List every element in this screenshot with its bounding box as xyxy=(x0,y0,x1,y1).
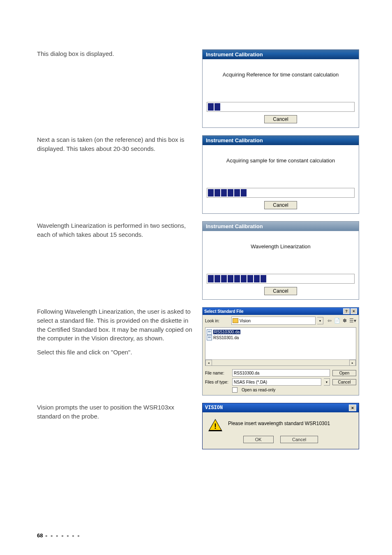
folder-icon xyxy=(233,318,238,323)
step-text-4a: Following Wavelength Linearization, the … xyxy=(37,308,192,342)
dialog-titlebar: Instrument Calibration xyxy=(203,222,359,231)
new-folder-icon[interactable]: ✽ xyxy=(343,318,347,324)
file-nav-icons: ⇦ 📄 ✽ ☰▾ xyxy=(327,318,356,324)
readonly-label: Open as read-only xyxy=(242,388,275,392)
dialog-message: Wavelength Linearization xyxy=(207,241,355,272)
scroll-right-icon[interactable]: ▸ xyxy=(349,360,356,366)
step-row-1: This dialog box is displayed. Instrument… xyxy=(37,49,355,128)
step-text-4: Following Wavelength Linearization, the … xyxy=(37,307,193,357)
dialog-instrument-calibration-3: Instrument Calibration Wavelength Linear… xyxy=(202,221,359,300)
dialog-title: VISION xyxy=(205,405,223,411)
file-item[interactable]: RSS10300.da xyxy=(207,329,355,335)
cancel-button[interactable]: Cancel xyxy=(332,379,356,385)
titlebar-controls: ? × xyxy=(343,308,357,314)
views-icon[interactable]: ☰▾ xyxy=(349,318,356,324)
dialog-titlebar: Instrument Calibration xyxy=(203,136,359,145)
file-icon xyxy=(207,329,212,335)
step-row-5: Vision prompts the user to position the … xyxy=(37,403,355,449)
step-row-2: Next a scan is taken (on the reference) … xyxy=(37,135,355,214)
page-footer: 68■ ■ ■ ■ ■ ■ ■ xyxy=(37,532,81,539)
warning-icon: ! xyxy=(208,419,222,431)
filename-input[interactable]: RSS10300.da xyxy=(232,369,330,377)
page-number: 68 xyxy=(37,532,43,539)
open-button[interactable]: Open xyxy=(332,370,356,376)
file-list[interactable]: RSS10300.da RSS10301.da ◂▸ xyxy=(205,327,356,366)
horizontal-scrollbar[interactable]: ◂▸ xyxy=(205,359,356,365)
dialog-message: Acquiring Reference for time constant ca… xyxy=(207,69,355,100)
dialog-select-standard-file: Select Standard File ? × Look in: Vision… xyxy=(202,307,359,395)
file-name: RSS10300.da xyxy=(213,330,240,334)
document-page: This dialog box is displayed. Instrument… xyxy=(0,0,392,555)
dialog-titlebar: Instrument Calibration xyxy=(203,50,359,59)
step-text-3: Wavelength Linearization is performed in… xyxy=(37,221,193,239)
chevron-down-icon[interactable]: ▼ xyxy=(317,317,323,324)
dialog-instrument-calibration-2: Instrument Calibration Acquiring sample … xyxy=(202,135,359,214)
cancel-button[interactable]: Cancel xyxy=(264,287,297,295)
dialog-instrument-calibration-1: Instrument Calibration Acquiring Referen… xyxy=(202,49,359,128)
close-icon[interactable]: × xyxy=(350,308,357,314)
dialog-titlebar: VISION × xyxy=(203,403,359,412)
dialog-message: Please insert wavelength standard WSR103… xyxy=(228,419,352,426)
dialog-vision-prompt: VISION × ! Please insert wavelength stan… xyxy=(202,403,359,449)
cancel-button[interactable]: Cancel xyxy=(264,115,297,123)
filetype-label: Files of type: xyxy=(205,380,230,384)
progress-bar xyxy=(207,274,355,284)
progress-bar xyxy=(207,188,355,198)
dialog-titlebar: Select Standard File ? × xyxy=(203,308,359,315)
filename-label: File name: xyxy=(205,371,230,375)
step-text-1: This dialog box is displayed. xyxy=(37,49,193,58)
dialog-title: Select Standard File xyxy=(204,309,244,314)
step-text-2: Next a scan is taken (on the reference) … xyxy=(37,135,193,153)
back-icon[interactable]: ⇦ xyxy=(327,318,332,324)
file-item[interactable]: RSS10301.da xyxy=(207,335,355,340)
progress-bar xyxy=(207,102,355,112)
step-row-4: Following Wavelength Linearization, the … xyxy=(37,307,355,395)
lookin-select[interactable]: Vision xyxy=(231,317,316,325)
chevron-down-icon[interactable]: ▼ xyxy=(324,378,330,386)
step-text-4b: Select this file and click on "Open". xyxy=(37,349,132,356)
file-icon xyxy=(207,335,212,340)
filetype-select[interactable]: NSAS Files (*.DA) xyxy=(232,378,321,386)
ok-button[interactable]: OK xyxy=(243,436,274,443)
readonly-checkbox[interactable] xyxy=(232,387,238,393)
lookin-label: Look in: xyxy=(205,319,230,323)
step-text-5: Vision prompts the user to position the … xyxy=(37,403,193,421)
dialog-message: Acquiring sample for time constant calcu… xyxy=(207,155,355,186)
scroll-left-icon[interactable]: ◂ xyxy=(205,360,212,366)
lookin-row: Look in: Vision▼ ⇦ 📄 ✽ ☰▾ xyxy=(203,315,359,326)
file-name: RSS10301.da xyxy=(213,335,239,340)
up-folder-icon[interactable]: 📄 xyxy=(334,318,340,324)
cancel-button[interactable]: Cancel xyxy=(264,201,297,209)
close-icon[interactable]: × xyxy=(349,405,356,411)
footer-dots: ■ ■ ■ ■ ■ ■ ■ xyxy=(45,534,81,538)
step-row-3: Wavelength Linearization is performed in… xyxy=(37,221,355,300)
help-icon[interactable]: ? xyxy=(343,308,350,314)
cancel-button[interactable]: Cancel xyxy=(280,436,318,443)
lookin-value: Vision xyxy=(240,319,251,323)
